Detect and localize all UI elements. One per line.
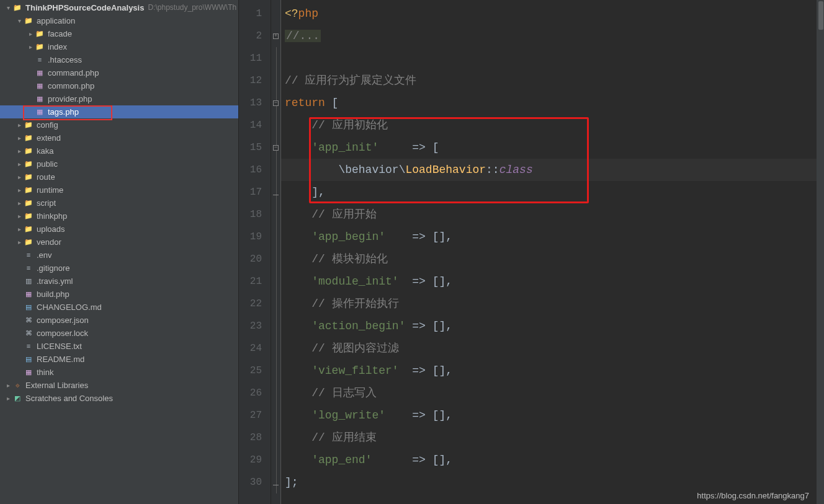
code-token: =>	[412, 454, 426, 466]
tree-row-build-php[interactable]: ▦build.php	[0, 288, 238, 301]
tree-row-script[interactable]: ▸📁script	[0, 197, 238, 210]
code-token	[285, 454, 311, 466]
code-line[interactable]: // 日志写入	[281, 382, 817, 404]
tree-row-provider-php[interactable]: ▦provider.php	[0, 92, 238, 105]
tree-row-kaka[interactable]: ▸📁kaka	[0, 144, 238, 157]
code-line[interactable]: 'action_begin' => [],	[281, 315, 817, 337]
tree-row-config[interactable]: ▸📁config	[0, 118, 238, 131]
code-line[interactable]: // 应用结束	[281, 427, 817, 449]
chevron-right-icon[interactable]: ▸	[15, 223, 24, 236]
chevron-down-icon[interactable]: ▾	[15, 14, 24, 27]
tree-row-composer-json[interactable]: ⌘composer.json	[0, 314, 238, 327]
chevron-right-icon[interactable]: ▸	[15, 157, 24, 170]
code-line[interactable]: 'app_end' => [],	[281, 449, 817, 471]
chevron-right-icon[interactable]: ▸	[26, 40, 35, 53]
tree-row-vendor[interactable]: ▸📁vendor	[0, 236, 238, 249]
fold-strip[interactable]: +−−	[271, 0, 281, 504]
chevron-right-icon[interactable]: ▸	[15, 236, 24, 249]
code-line[interactable]: 'app_init' => [	[281, 136, 817, 159]
vertical-scrollbar[interactable]	[817, 0, 824, 504]
tree-row--htaccess[interactable]: ≡.htaccess	[0, 53, 238, 66]
fold-collapse-icon[interactable]: −	[271, 136, 280, 159]
tree-row-thinkphp[interactable]: ▸📁thinkphp	[0, 210, 238, 223]
code-line[interactable]: <?php	[281, 2, 817, 25]
tree-row-common-php[interactable]: ▦common.php	[0, 79, 238, 92]
tree-item-label: .gitignore	[37, 262, 69, 275]
tree-row-think[interactable]: ▦think	[0, 366, 238, 379]
code-token	[405, 320, 412, 332]
tree-row-index[interactable]: ▸📁index	[0, 40, 238, 53]
scrollbar-thumb[interactable]	[818, 1, 823, 30]
tree-row--env[interactable]: ≡.env	[0, 249, 238, 262]
chevron-right-icon[interactable]: ▸	[15, 131, 24, 144]
tree-row-external-libraries[interactable]: ▸⟐External Libraries	[0, 379, 238, 392]
code-line[interactable]: 'module_init' => [],	[281, 270, 817, 293]
code-token: // 日志写入	[311, 387, 376, 399]
code-line[interactable]: 'log_write' => [],	[281, 404, 817, 427]
code-token: [],	[426, 231, 452, 243]
tree-row-changelog-md[interactable]: ▤CHANGELOG.md	[0, 301, 238, 314]
code-line[interactable]: 'app_begin' => [],	[281, 226, 817, 248]
code-line[interactable]	[281, 47, 817, 69]
tree-row--travis-yml[interactable]: ▥.travis.yml	[0, 275, 238, 288]
line-number: 30	[239, 471, 271, 493]
tree-row-facade[interactable]: ▸📁facade	[0, 27, 238, 40]
chevron-right-icon[interactable]: ▸	[15, 144, 24, 157]
tree-item-label: route	[37, 170, 55, 183]
tree-row--gitignore[interactable]: ≡.gitignore	[0, 262, 238, 275]
tree-item-label: composer.lock	[37, 327, 88, 340]
chevron-right-icon[interactable]: ▸	[15, 118, 24, 131]
tree-row-public[interactable]: ▸📁public	[0, 157, 238, 170]
fold-guide	[271, 248, 280, 270]
code-line[interactable]: // 应用初始化	[281, 114, 817, 136]
code-line[interactable]: //...	[281, 25, 817, 47]
code-line[interactable]: return [	[281, 92, 817, 114]
code-line[interactable]: // 模块初始化	[281, 248, 817, 270]
tree-row-tags-php[interactable]: ▦tags.php	[0, 105, 238, 118]
fold-collapse-icon[interactable]: −	[271, 92, 280, 114]
tree-row-thinkphpsourcecodeanalysis[interactable]: ▾📁ThinkPHPSourceCodeAnalysisD:\phpstudy_…	[0, 1, 238, 14]
code-line[interactable]: // 操作开始执行	[281, 293, 817, 315]
chevron-right-icon[interactable]: ▸	[26, 27, 35, 40]
tree-row-runtime[interactable]: ▸📁runtime	[0, 183, 238, 197]
watermark-text: https://blog.csdn.net/fangkang7	[697, 491, 809, 500]
tree-row-readme-md[interactable]: ▤README.md	[0, 353, 238, 366]
code-editor[interactable]: 1211121314151617181920212223242526272829…	[239, 0, 824, 504]
code-line[interactable]: \behavior\LoadBehavior::class	[281, 159, 817, 181]
tree-row-license-txt[interactable]: ≡LICENSE.txt	[0, 340, 238, 353]
chevron-right-icon[interactable]: ▸	[15, 183, 24, 197]
tree-row-extend[interactable]: ▸📁extend	[0, 131, 238, 144]
fold-guide	[271, 47, 280, 69]
chevron-right-icon[interactable]: ▸	[4, 392, 12, 405]
chevron-right-icon[interactable]: ▸	[15, 210, 24, 223]
code-line[interactable]: // 应用开始	[281, 203, 817, 226]
tree-row-composer-lock[interactable]: ⌘composer.lock	[0, 327, 238, 340]
code-line[interactable]: 'view_filter' => [],	[281, 360, 817, 382]
code-line[interactable]: ],	[281, 181, 817, 203]
folder-closed-icon: 📁	[35, 29, 45, 39]
code-token: //...	[285, 30, 321, 42]
code-line[interactable]: // 视图内容过滤	[281, 337, 817, 360]
code-token	[385, 409, 412, 422]
fold-guide	[271, 226, 280, 248]
fold-guide	[271, 449, 280, 471]
tree-row-application[interactable]: ▾📁application	[0, 14, 238, 27]
chevron-right-icon[interactable]: ▸	[4, 379, 12, 392]
tree-row-uploads[interactable]: ▸📁uploads	[0, 223, 238, 236]
folder-closed-icon: 📁	[24, 211, 34, 221]
code-line[interactable]: ];	[281, 471, 817, 493]
tree-row-scratches-and-consoles[interactable]: ▸◩Scratches and Consoles	[0, 392, 238, 405]
code-token: return	[285, 97, 325, 109]
chevron-down-icon[interactable]: ▾	[4, 1, 12, 14]
tree-row-command-php[interactable]: ▦command.php	[0, 66, 238, 79]
fold-expand-icon[interactable]: +	[271, 25, 280, 47]
code-line[interactable]: // 应用行为扩展定义文件	[281, 69, 817, 92]
tree-row-route[interactable]: ▸📁route	[0, 170, 238, 183]
project-tree-panel[interactable]: ▾📁ThinkPHPSourceCodeAnalysisD:\phpstudy_…	[0, 0, 239, 504]
chevron-right-icon[interactable]: ▸	[15, 170, 24, 183]
code-token: =>	[412, 409, 426, 422]
code-area[interactable]: <?php//...// 应用行为扩展定义文件return [ // 应用初始化…	[281, 0, 817, 504]
code-token: // 操作开始执行	[311, 298, 398, 310]
tree-item-label: vendor	[37, 236, 61, 249]
chevron-right-icon[interactable]: ▸	[15, 197, 24, 210]
